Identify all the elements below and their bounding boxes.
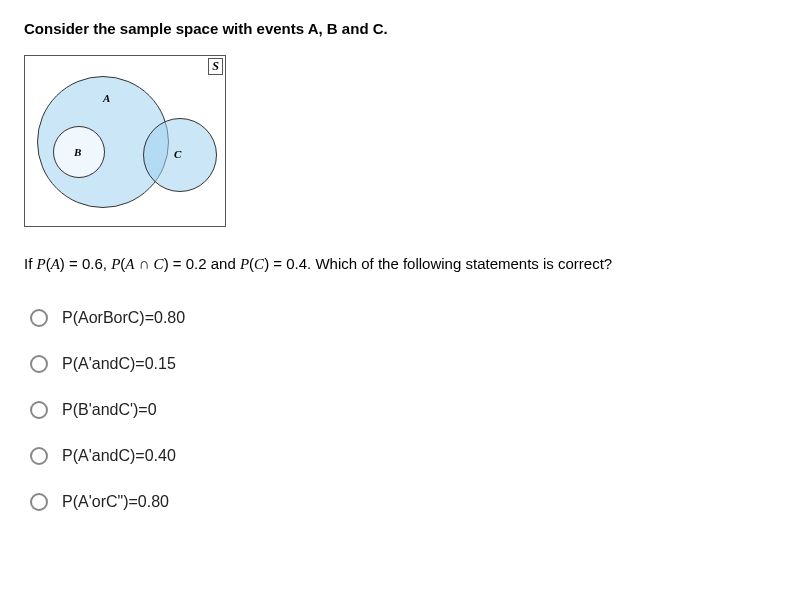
radio-icon[interactable] [30,447,48,465]
option-label: P(A'andC)=0.40 [62,447,176,465]
option-label: P(B'andC')=0 [62,401,157,419]
given-conditions: If P(A) = 0.6, P(A ∩ C) = 0.2 and P(C) =… [24,255,782,273]
sample-space-label: S [208,58,223,75]
set-c-label: C [174,148,181,160]
option-label: P(A'andC)=0.15 [62,355,176,373]
radio-icon[interactable] [30,493,48,511]
set-a-label: A [103,92,110,104]
radio-icon[interactable] [30,355,48,373]
option-2[interactable]: P(A'andC)=0.15 [30,355,782,373]
radio-icon[interactable] [30,309,48,327]
option-3[interactable]: P(B'andC')=0 [30,401,782,419]
option-4[interactable]: P(A'andC)=0.40 [30,447,782,465]
option-label: P(AorBorC)=0.80 [62,309,185,327]
radio-icon[interactable] [30,401,48,419]
option-5[interactable]: P(A'orC")=0.80 [30,493,782,511]
venn-diagram: S A B C [24,55,226,227]
option-label: P(A'orC")=0.80 [62,493,169,511]
question-title: Consider the sample space with events A,… [24,20,782,37]
answer-options: P(AorBorC)=0.80 P(A'andC)=0.15 P(B'andC'… [24,309,782,511]
option-1[interactable]: P(AorBorC)=0.80 [30,309,782,327]
set-b-label: B [74,146,81,158]
